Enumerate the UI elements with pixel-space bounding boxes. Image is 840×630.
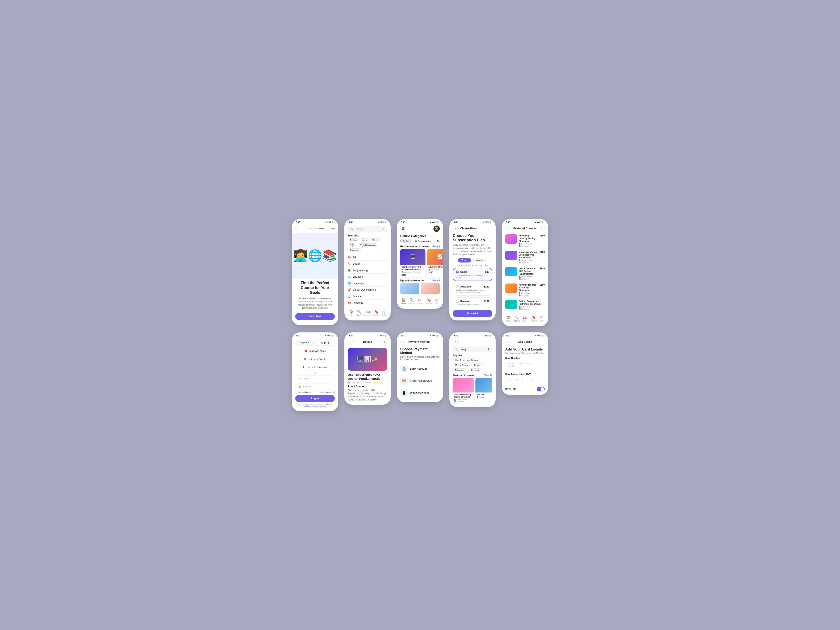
nav-home-cat[interactable]: 🏠Home [401,298,406,305]
workshop-card-2[interactable] [421,283,440,294]
feat-item-2[interactable]: Interactive Motion Design for Web and Mo… [505,249,545,265]
feat-card-usability[interactable]: Advanced Usability Testing Strategies 👤E… [453,378,474,404]
workshop-card-1[interactable] [400,283,419,294]
tab-signin[interactable]: Sign in [316,340,335,346]
login-button[interactable]: Log in [295,395,335,402]
plan-card-advance[interactable]: Advance $149 Ideal for expanding your kn… [453,283,492,296]
feat-item-3[interactable]: User Experience (UX) Design Fundamentals… [505,265,545,282]
course-card-img-ux: 🖥️ [400,249,425,265]
nav-wishlist-cat[interactable]: 🔖Wishlist [426,298,432,305]
nav-search-feat[interactable]: 🔍Search [514,316,520,322]
course-hero-image: 🖥️📊✨ [348,348,387,371]
design-search-bar[interactable]: 🔍 Design ⚙ [453,346,492,352]
save-info-label: Save info [505,388,516,391]
password-input[interactable]: 🔒 Password [295,383,335,390]
back-button-featured[interactable]: ‹ [505,226,511,231]
cat-item-academy[interactable]: 🏫Academy› [348,300,387,306]
free-trial-button[interactable]: Free trial [453,310,492,317]
filter-icon-design[interactable]: ⚙ [488,348,490,351]
feat-item-4[interactable]: Advanced Digital Marketing Strategies 👤 … [505,282,545,298]
plan-premium-radio[interactable] [456,300,459,303]
user-avatar[interactable]: 😎 [433,226,440,232]
chip-excel[interactable]: Excel [370,238,380,242]
bank-account-option[interactable]: 🏦 Bank Account [400,363,440,375]
credit-card-option[interactable]: 💳 Credit / Debit Card [400,375,440,387]
plan-card-premium[interactable]: Premium $199 For serious learners seekin… [453,297,492,308]
cat-tab-art[interactable]: 🎨 Art [400,239,411,243]
cat-tab-programming[interactable]: 💻 Programming [412,239,434,243]
facebook-login-button[interactable]: f Login with Facebook [295,364,335,370]
nav-search-cat[interactable]: 🔍Search [409,298,415,305]
nav-classes-cat[interactable]: 📖Classes [417,298,423,305]
cat-item-design[interactable]: ✏️Design› [348,261,387,267]
card-number-input[interactable]: 0000 - 0000 - 0000 - 0000 [505,360,545,369]
chip-sql[interactable]: SQL [348,243,357,247]
share-icon-details[interactable]: ⇪ [381,339,387,345]
plan-basic-radio[interactable] [456,270,459,273]
cvv-input[interactable]: 123 [526,376,545,383]
apple-login-button[interactable]: 🍎 Login with Apple [295,348,335,354]
nav-classes[interactable]: 📖Classes [364,310,371,316]
plan-advance-radio[interactable] [456,285,459,288]
filter-icon[interactable]: ⚙ [382,227,385,231]
nav-cart[interactable]: 🛒Cart [382,310,386,316]
nav-cart-feat[interactable]: 🛒Cart [540,316,544,322]
digital-payment-option[interactable]: 📱 Digital Payment [400,387,440,399]
yearly-toggle[interactable]: Yearly [458,258,471,262]
chip-photoshop-design[interactable]: Photoshop [453,368,467,372]
cat-item-business[interactable]: 📊Business› [348,274,387,280]
course-card-ux[interactable]: 🖥️ User Experience (UX) Design Fundament… [400,249,425,278]
feat-card-interactive[interactable]: Interacti... 👤Sarah [475,378,492,404]
email-input[interactable]: ✉ Email [295,376,335,382]
nav-wishlist-feat[interactable]: 🔖Wishlist [531,316,537,322]
nav-cart-cat[interactable]: 🛒Cart [434,298,439,305]
back-button-card[interactable]: ‹ [505,339,511,345]
share-icon-featured[interactable]: ⇪ [539,226,545,231]
chip-ux-design[interactable]: User Experience Design [453,358,480,362]
status-bar-plans: 9:41 ▲ WiFi 🔋 [449,219,496,224]
cat-item-art[interactable]: 🎨Art› [348,254,387,261]
forgot-password-link[interactable]: Forgot password? [320,391,335,393]
cat-item-language[interactable]: 🌐Language› [348,280,387,287]
back-button-details[interactable]: ‹ [348,339,354,345]
lets-start-button[interactable]: Let's Start [295,313,335,320]
cat-item-career[interactable]: 🚀Career Development› [348,287,387,293]
back-button-plans[interactable]: ‹ [453,226,459,231]
back-button-payment[interactable]: ‹ [400,339,406,345]
menu-icon[interactable] [400,226,406,232]
chip-digital-marketing[interactable]: Digital Marketing [358,243,378,247]
chip-blender[interactable]: Blender [472,363,484,367]
chip-java[interactable]: Java [360,238,369,242]
feat-item-1[interactable]: Advanced Usability Testing Strategies 👤 … [505,233,545,249]
save-info-toggle[interactable] [537,387,545,392]
feat-item-5[interactable]: Portrait Drawing and Portraiture Techniq… [505,298,545,312]
expire-input[interactable]: MM - YY [505,376,524,383]
privacy-link[interactable]: Privacy policy [314,406,326,408]
cat-item-science[interactable]: 🔬Science› [348,293,387,300]
remember-checkbox[interactable] [295,391,298,393]
view-all-design[interactable]: View All [484,374,492,377]
monthly-toggle[interactable]: Monthly [472,258,487,262]
google-login-button[interactable]: G Login with Google [295,356,335,362]
search-bar[interactable]: 🔍 Search ⚙ [348,226,387,232]
nav-wishlist[interactable]: 🔖Wishlist [373,310,380,316]
cat-item-programming[interactable]: 💻Programming› [348,267,387,274]
view-all-recommended[interactable]: View All [432,245,440,248]
skip-button[interactable]: Skip [330,227,335,230]
cat-tab-more[interactable]: S... [435,239,440,243]
chip-python[interactable]: Python [348,238,359,242]
back-button-design[interactable]: ‹ [453,338,459,344]
nav-home[interactable]: 🏠Home [349,310,354,316]
view-all-workshop[interactable]: View All [432,279,440,282]
course-card-advanced[interactable]: 📈 Advanced Strategies 📚 20 lessons $190 [427,249,443,278]
tab-signup[interactable]: Sign up [295,340,314,346]
back-button-onboard[interactable]: ‹ [295,226,301,231]
plan-card-basic[interactable]: Basic $99 Entry-level plan with core cou… [453,268,492,281]
chip-photoshop[interactable]: Photoshop [348,248,362,253]
nav-home-feat[interactable]: 🏠Home [506,316,512,322]
chip-motion-design[interactable]: Motion Design [453,363,471,367]
nav-search[interactable]: 🔍Search [356,310,362,316]
remember-me-check[interactable]: Remember me [295,391,311,393]
nav-classes-feat[interactable]: 📖Classes [522,316,529,322]
chip-illustrator[interactable]: Illustrator [469,368,482,372]
